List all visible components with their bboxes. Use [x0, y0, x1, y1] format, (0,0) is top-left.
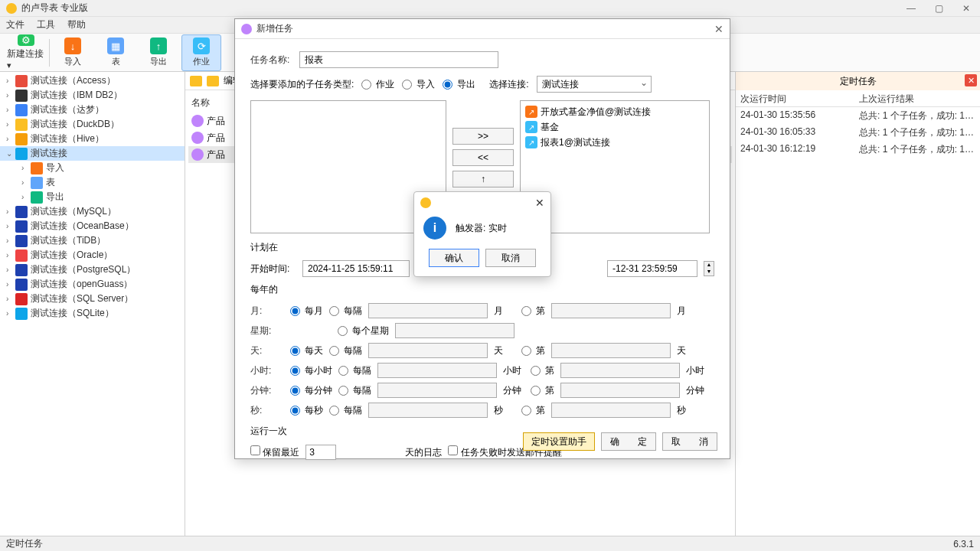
alert-ok-button[interactable]: 确认: [429, 249, 479, 267]
connection-item[interactable]: ›测试连接（SQL Server）: [0, 292, 185, 306]
table-icon: ▦: [107, 37, 124, 54]
sidebar: ›测试连接（Access）›测试连接（IBM DB2）›测试连接（达梦）›测试连…: [0, 72, 185, 536]
keep-log-days[interactable]: [305, 445, 336, 460]
alert-close-icon[interactable]: ✕: [535, 197, 544, 209]
connection-child-item[interactable]: ›导入: [0, 161, 185, 175]
connection-item[interactable]: ›测试连接（openGuass）: [0, 277, 185, 292]
connection-item[interactable]: ›测试连接（DuckDB）: [0, 117, 185, 132]
connection-select[interactable]: 测试连接: [537, 76, 652, 93]
connection-item[interactable]: ›测试连接（PostgreSQL）: [0, 262, 185, 277]
radio-job[interactable]: 作业: [361, 78, 394, 91]
scheduled-tasks-header: 定时任务 ✕: [736, 72, 980, 90]
export-icon: ↑: [150, 37, 167, 54]
radio-export[interactable]: 导出: [443, 78, 475, 91]
move-right-button[interactable]: >>: [452, 128, 514, 145]
keep-log-checkbox[interactable]: 保留最近: [250, 445, 299, 459]
new-connection-button[interactable]: ⚙ 新建连接 ▾: [6, 34, 46, 71]
alert-app-icon: [420, 197, 431, 208]
close-panel-icon[interactable]: ✕: [965, 74, 977, 86]
col-run-time: 次运行时间: [736, 90, 854, 106]
table-row[interactable]: 24-01-30 16:05:33总共: 1 个子任务，成功: 1…: [736, 124, 980, 141]
end-spinner[interactable]: ▲▼: [704, 261, 714, 276]
menu-help[interactable]: 帮助: [67, 18, 86, 31]
task-name-input[interactable]: [299, 51, 498, 68]
link-icon: ⚙: [18, 34, 34, 46]
conn-label: 选择连接:: [489, 78, 528, 91]
connection-item[interactable]: ›测试连接（Oracle）: [0, 248, 185, 262]
connection-item[interactable]: ›测试连接（SQLite）: [0, 306, 185, 321]
task-name-label: 任务名称:: [250, 54, 299, 67]
minimize-button[interactable]: —: [903, 2, 919, 15]
connection-child-item[interactable]: ›导出: [0, 190, 185, 204]
folder-icon: [190, 76, 202, 86]
alert-message: 触发器: 实时: [456, 222, 507, 235]
statusbar: 定时任务 6.3.1: [0, 536, 980, 551]
close-button[interactable]: ✕: [959, 2, 974, 15]
job-icon: ⟳: [193, 37, 210, 54]
transfer-item[interactable]: ↗报表1@测试连接: [524, 135, 706, 150]
window-title: 的卢导表 专业版: [21, 2, 903, 15]
table-row[interactable]: 24-01-30 15:35:56总共: 1 个子任务，成功: 1…: [736, 107, 980, 124]
col-result: 上次运行结果: [854, 90, 980, 106]
move-up-button[interactable]: ↑: [452, 171, 514, 187]
alert-cancel-button[interactable]: 取消: [485, 249, 536, 267]
ok-button[interactable]: 确 定: [601, 432, 656, 451]
job-item-icon: [191, 132, 204, 144]
right-panel: 定时任务 ✕ 次运行时间 上次运行结果 24-01-30 15:35:56总共:…: [735, 72, 980, 536]
version-label: 6.3.1: [953, 539, 974, 549]
move-left-button[interactable]: <<: [452, 149, 514, 166]
transfer-item[interactable]: ↗开放式基金净值@测试连接: [524, 104, 706, 119]
transfer-item[interactable]: ↗基金: [524, 119, 706, 135]
connection-item[interactable]: ›测试连接（MySQL）: [0, 204, 185, 219]
job-item-icon: [191, 148, 204, 161]
connection-child-item[interactable]: ›表: [0, 175, 185, 190]
job-item-icon: [191, 115, 204, 127]
job-button[interactable]: ⟳ 作业: [181, 34, 221, 71]
app-icon: [6, 3, 17, 14]
menu-file[interactable]: 文件: [6, 18, 24, 31]
dialog-icon: [241, 24, 252, 34]
dialog-title: 新增任务: [256, 22, 714, 35]
dialog-close-icon[interactable]: ✕: [714, 23, 724, 35]
schedule-helper-button[interactable]: 定时设置助手: [523, 432, 595, 451]
end-time-input[interactable]: [607, 260, 697, 277]
info-icon: i: [423, 217, 446, 240]
titlebar: 的卢导表 专业版 — ▢ ✕: [0, 0, 980, 17]
table-row[interactable]: 24-01-30 16:12:19总共: 1 个子任务，成功: 1…: [736, 141, 980, 158]
folder-icon: [207, 76, 219, 86]
connection-item[interactable]: ›测试连接（OceanBase）: [0, 219, 185, 233]
menu-tools[interactable]: 工具: [37, 18, 55, 31]
connection-item[interactable]: ⌄测试连接: [0, 146, 185, 161]
export-button[interactable]: ↑ 导出: [139, 34, 178, 71]
cancel-button[interactable]: 取 消: [662, 432, 717, 451]
schedule-row-minute: 分钟: 每分钟 每隔分钟 第分钟: [250, 380, 714, 400]
start-time-label: 开始时间:: [250, 262, 296, 276]
connection-item[interactable]: ›测试连接（达梦）: [0, 103, 185, 117]
import-icon: ↓: [64, 37, 81, 54]
start-time-input[interactable]: [302, 260, 410, 277]
maximize-button[interactable]: ▢: [931, 2, 946, 15]
every-year-label: 每年的: [250, 283, 714, 296]
connection-item[interactable]: ›测试连接（Access）: [0, 73, 185, 88]
radio-import[interactable]: 导入: [402, 78, 435, 91]
connection-item[interactable]: ›测试连接（IBM DB2）: [0, 88, 185, 103]
table-button[interactable]: ▦ 表: [96, 34, 136, 71]
schedule-row-second: 秒: 每秒 每隔秒 第秒: [250, 400, 714, 420]
status-left: 定时任务: [6, 537, 43, 550]
schedule-row-week: 星期: 每个星期: [250, 321, 714, 341]
subtype-label: 选择要添加的子任务类型:: [250, 78, 354, 91]
schedule-row-day: 天: 每天 每隔天 第天: [250, 341, 714, 360]
schedule-row-hour: 小时: 每小时 每隔小时 第小时: [250, 360, 714, 380]
schedule-row-month: 月: 每月 每隔月 第月: [250, 301, 714, 321]
import-button[interactable]: ↓ 导入: [53, 34, 93, 71]
alert-dialog: ✕ i 触发器: 实时 确认 取消: [413, 191, 551, 277]
connection-item[interactable]: ›测试连接（TiDB）: [0, 233, 185, 248]
connection-item[interactable]: ›测试连接（Hive）: [0, 132, 185, 146]
